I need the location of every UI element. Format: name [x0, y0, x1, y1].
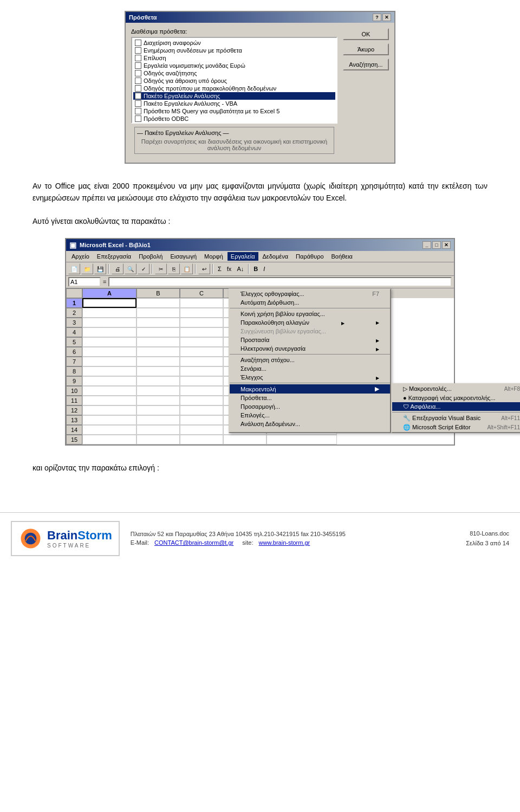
cell-a6[interactable]	[82, 347, 136, 357]
cell-a3[interactable]	[82, 318, 136, 327]
cell-c5[interactable]	[180, 337, 223, 347]
maximize-button[interactable]: □	[432, 241, 441, 249]
submenu-vba-editor[interactable]: 🔧 Επεξεργασία Visual Basic Alt+F11	[392, 414, 520, 423]
menu-data[interactable]: Δεδομένα	[259, 252, 292, 261]
list-item[interactable]: Πρόσθετο ODBC	[133, 115, 335, 123]
submenu-script-editor[interactable]: 🌐 Microsoft Script Editor Alt+Shift+F11	[392, 423, 520, 432]
checkbox[interactable]	[135, 40, 141, 46]
formula-input[interactable]	[108, 277, 452, 287]
cell-a4[interactable]	[82, 327, 136, 337]
list-item[interactable]: Πακέτο Εργαλείων Ανάλυσης - VBA	[133, 100, 335, 107]
cell-a13[interactable]	[82, 415, 136, 425]
menu-autocorrect[interactable]: Αυτόματη Διόρθωση...	[230, 298, 390, 307]
cell-b8[interactable]	[136, 366, 180, 376]
cell-c6[interactable]	[180, 347, 223, 357]
list-item[interactable]: Διαχείριση αναφορών	[133, 39, 335, 47]
menu-scenarios[interactable]: Σενάρια...	[230, 364, 390, 373]
submenu-record[interactable]: ● Καταγραφή νέας μακροεντολής...	[392, 394, 520, 402]
cell-c8[interactable]	[180, 366, 223, 376]
cell-c15[interactable]	[180, 435, 223, 444]
menu-data-analysis[interactable]: Ανάλυση Δεδομένων...	[230, 420, 390, 428]
menu-view[interactable]: Προβολή	[135, 252, 166, 261]
menu-options[interactable]: Επιλογές...	[230, 411, 390, 420]
cell-c12[interactable]	[180, 405, 223, 415]
cell-b6[interactable]	[136, 347, 180, 357]
checkbox[interactable]	[135, 108, 141, 114]
cell-reference-box[interactable]: A1	[68, 277, 101, 287]
cell-b7[interactable]	[136, 357, 180, 366]
cell-b12[interactable]	[136, 405, 180, 415]
cell-b15[interactable]	[136, 435, 180, 444]
menu-protection[interactable]: Προστασία	[230, 336, 390, 344]
cell-b9[interactable]	[136, 376, 180, 386]
cell-b3[interactable]	[136, 318, 180, 327]
cell-d15[interactable]	[223, 435, 266, 444]
checkbox-checked[interactable]	[135, 93, 141, 99]
cell-b13[interactable]	[136, 415, 180, 425]
cell-a7[interactable]	[82, 357, 136, 366]
cell-more15[interactable]	[266, 435, 337, 444]
cell-a12[interactable]	[82, 405, 136, 415]
cell-a10[interactable]	[82, 386, 136, 396]
footer-email-link[interactable]: CONTACT@brain-storm@t.gr	[154, 539, 233, 546]
submenu-macros[interactable]: ▷ Μακροεντολές... Alt+F8	[392, 384, 520, 394]
search-button[interactable]: Αναζήτηση...	[343, 59, 389, 70]
menu-online-collab[interactable]: Ηλεκτρονική συνεργασία	[230, 344, 390, 353]
cell-c11[interactable]	[180, 396, 223, 405]
checkbox[interactable]	[135, 62, 141, 69]
cell-a11[interactable]	[82, 396, 136, 405]
cell-a5[interactable]	[82, 337, 136, 347]
menu-edit[interactable]: Επεξεργασία	[94, 252, 134, 261]
cell-b1[interactable]	[136, 298, 180, 308]
cancel-button[interactable]: Άκυρο	[343, 43, 389, 55]
cell-a9[interactable]	[82, 376, 136, 386]
cell-b14[interactable]	[136, 425, 180, 435]
checkbox[interactable]	[135, 100, 141, 107]
menu-insert[interactable]: Εισαγωγή	[167, 252, 200, 261]
preview-btn[interactable]: 🔍	[125, 263, 136, 274]
submenu-security[interactable]: 🛡 Ασφάλεια...	[392, 402, 520, 411]
checkbox[interactable]	[135, 55, 141, 61]
menu-audit[interactable]: Έλεγχος	[230, 373, 390, 382]
checkbox[interactable]	[135, 85, 141, 92]
cell-c7[interactable]	[180, 357, 223, 366]
new-btn[interactable]: 📄	[68, 263, 80, 274]
checkbox[interactable]	[135, 78, 141, 84]
cell-c10[interactable]	[180, 386, 223, 396]
menu-window[interactable]: Παράθυρο	[292, 252, 327, 261]
footer-site-link[interactable]: www.brain-storm.gr	[259, 539, 310, 546]
cell-c3[interactable]	[180, 318, 223, 327]
cell-c1[interactable]	[180, 298, 223, 308]
cell-a15[interactable]	[82, 435, 136, 444]
checkbox[interactable]	[135, 70, 141, 76]
undo-btn[interactable]: ↩	[198, 263, 210, 274]
menu-tools[interactable]: Εργαλεία	[227, 252, 258, 261]
menu-format[interactable]: Μορφή	[201, 252, 226, 261]
save-btn[interactable]: 💾	[94, 263, 106, 274]
cell-a14[interactable]	[82, 425, 136, 435]
menu-goal-seek[interactable]: Αναζήτηση στόχου...	[230, 356, 390, 364]
cell-c4[interactable]	[180, 327, 223, 337]
paste-btn[interactable]: 📋	[181, 263, 193, 274]
menu-track-changes[interactable]: Παρακολούθηση αλλαγών	[230, 318, 390, 327]
ok-button[interactable]: OK	[343, 28, 389, 40]
bold-btn[interactable]: B	[251, 266, 260, 272]
copy-btn[interactable]: ⎘	[168, 263, 180, 274]
menu-share-workbook[interactable]: Κοινή χρήση βιβλίου εργασίας...	[230, 310, 390, 318]
spellcheck-btn[interactable]: ✓	[138, 263, 150, 274]
addon-list[interactable]: Διαχείριση αναφορών Ενημέρωση συνδέσεων …	[131, 37, 337, 124]
list-item[interactable]: Πρόσθετο MS Query για συμβατότητα με το …	[133, 107, 335, 115]
menu-addins[interactable]: Πρόσθετα...	[230, 394, 390, 402]
menu-macro[interactable]: Μακροεντολή ▶	[230, 384, 390, 394]
cut-btn[interactable]: ✂	[155, 263, 167, 274]
cell-a2[interactable]	[82, 308, 136, 318]
cell-c14[interactable]	[180, 425, 223, 435]
close-button[interactable]: ✕	[382, 14, 391, 21]
help-button[interactable]: ?	[373, 14, 381, 21]
list-item[interactable]: Επίλυση	[133, 54, 335, 62]
list-item-selected[interactable]: Πακέτο Εργαλείων Ανάλυσης	[133, 92, 335, 100]
cell-b5[interactable]	[136, 337, 180, 347]
list-item[interactable]: Οδηγός για άθροιση υπό όρους	[133, 77, 335, 85]
list-item[interactable]: Εργαλεία νομισματικής μονάδας Ευρώ	[133, 62, 335, 69]
cell-b2[interactable]	[136, 308, 180, 318]
